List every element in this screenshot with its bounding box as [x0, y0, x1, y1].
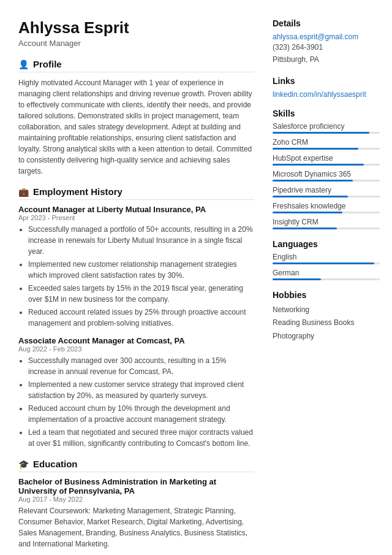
hobby-item: Reading Business Books	[273, 316, 380, 330]
skill-bar-bg	[273, 212, 380, 213]
email-link[interactable]: ahlyssa.esprit@gmail.com	[273, 33, 358, 41]
list-item: Led a team that negotiated and secured t…	[28, 427, 254, 449]
links-section: Links linkedin.com/in/ahlyssaesprit	[273, 76, 380, 99]
candidate-title: Account Manager	[18, 39, 254, 48]
header: Ahlyssa Esprit Account Manager	[18, 18, 254, 48]
skill-bar-fill	[273, 212, 342, 213]
job-2: Associate Account Manager at Comcast, PA…	[18, 336, 254, 449]
job-1-bullets: Successfully managed a portfolio of 50+ …	[18, 224, 254, 329]
language-bar-fill	[273, 278, 321, 280]
languages-list: English German	[273, 253, 380, 280]
list-item: Reduced account churn by 10% through the…	[28, 403, 254, 425]
job-1: Account Manager at Liberty Mutual Insura…	[18, 205, 254, 329]
skill-bar-bg	[273, 148, 380, 150]
list-item: Successfully managed over 300 accounts, …	[28, 355, 254, 377]
hobbies-title: Hobbies	[273, 290, 380, 300]
skill-bar-bg	[273, 196, 380, 197]
job-1-title: Account Manager at Liberty Mutual Insura…	[18, 205, 254, 214]
skills-title: Skills	[273, 109, 380, 118]
list-item: Implemented new customer relationship ma…	[28, 259, 254, 281]
profile-icon: 👤	[18, 59, 29, 69]
list-item: Implemented a new customer service strat…	[28, 379, 254, 401]
skill-name: Freshsales knowledge	[273, 202, 380, 210]
skill-bar-fill	[273, 228, 337, 229]
skill-item: Freshsales knowledge	[273, 202, 380, 213]
language-bar-bg	[273, 278, 380, 280]
skill-name: Microsoft Dynamics 365	[273, 170, 380, 178]
list-item: Exceeded sales targets by 15% in the 201…	[28, 283, 254, 305]
skill-name: HubSpot expertise	[273, 154, 380, 163]
location: Pittsburgh, PA	[273, 53, 380, 66]
edu-date: Aug 2017 - May 2022	[18, 496, 254, 503]
skill-name: Insightly CRM	[273, 218, 380, 226]
language-bar-bg	[273, 262, 380, 264]
employment-section-title: 💼 Employment History	[18, 186, 254, 200]
skill-item: Pipedrive mastery	[273, 186, 380, 197]
left-column: Ahlyssa Esprit Account Manager 👤 Profile…	[18, 18, 254, 555]
list-item: Successfully managed a portfolio of 50+ …	[28, 224, 254, 257]
skill-bar-fill	[273, 132, 369, 134]
skill-name: Zoho CRM	[273, 138, 380, 147]
education-section-title: 🎓 Education	[18, 459, 254, 472]
languages-section: Languages English German	[273, 239, 380, 280]
phone: (323) 264-3901	[273, 41, 380, 53]
profile-text: Highly motivated Account Manager with 1 …	[18, 77, 254, 177]
language-name: English	[273, 253, 380, 261]
hobby-item: Photography	[273, 330, 380, 343]
skill-name: Salesforce proficiency	[273, 122, 380, 131]
employment-section: 💼 Employment History Account Manager at …	[18, 186, 254, 449]
details-section: Details ahlyssa.esprit@gmail.com (323) 2…	[273, 18, 380, 66]
list-item: Reduced account related issues by 25% th…	[28, 307, 254, 329]
employment-icon: 💼	[18, 187, 29, 197]
job-2-bullets: Successfully managed over 300 accounts, …	[18, 355, 254, 449]
linkedin-link[interactable]: linkedin.com/in/ahlyssaesprit	[273, 90, 366, 99]
hobbies-section: Hobbies NetworkingReading Business Books…	[273, 290, 380, 343]
skill-item: Zoho CRM	[273, 138, 380, 150]
job-2-title: Associate Account Manager at Comcast, PA	[18, 336, 254, 345]
language-item: German	[273, 269, 380, 280]
skill-item: HubSpot expertise	[273, 154, 380, 166]
skill-bar-fill	[273, 164, 364, 166]
skill-name: Pipedrive mastery	[273, 186, 380, 194]
education-section: 🎓 Education Bachelor of Business Adminis…	[18, 459, 254, 549]
education-icon: 🎓	[18, 459, 29, 469]
details-title: Details	[273, 18, 380, 28]
job-2-date: Aug 2022 - Feb 2023	[18, 345, 254, 353]
language-bar-fill	[273, 262, 374, 264]
hobbies-list: NetworkingReading Business BooksPhotogra…	[273, 304, 380, 343]
language-name: German	[273, 269, 380, 277]
skills-section: Skills Salesforce proficiency Zoho CRM H…	[273, 109, 380, 229]
right-column: Details ahlyssa.esprit@gmail.com (323) 2…	[273, 18, 380, 555]
candidate-name: Ahlyssa Esprit	[18, 18, 254, 37]
skill-item: Microsoft Dynamics 365	[273, 170, 380, 182]
edu-coursework: Relevant Coursework: Marketing Managemen…	[18, 505, 254, 549]
skill-bar-fill	[273, 148, 358, 150]
skills-list: Salesforce proficiency Zoho CRM HubSpot …	[273, 122, 380, 229]
skill-bar-bg	[273, 132, 380, 134]
skill-item: Insightly CRM	[273, 218, 380, 229]
hobby-item: Networking	[273, 304, 380, 317]
skill-bar-bg	[273, 228, 380, 229]
edu-degree: Bachelor of Business Administration in M…	[18, 477, 254, 496]
skill-bar-bg	[273, 180, 380, 182]
languages-title: Languages	[273, 239, 380, 249]
profile-section-title: 👤 Profile	[18, 59, 254, 72]
skill-item: Salesforce proficiency	[273, 122, 380, 134]
skill-bar-fill	[273, 196, 348, 197]
skill-bar-bg	[273, 164, 380, 166]
job-1-date: Apr 2023 - Present	[18, 214, 254, 221]
language-item: English	[273, 253, 380, 264]
profile-section: 👤 Profile Highly motivated Account Manag…	[18, 59, 254, 177]
links-title: Links	[273, 76, 380, 86]
skill-bar-fill	[273, 180, 353, 182]
